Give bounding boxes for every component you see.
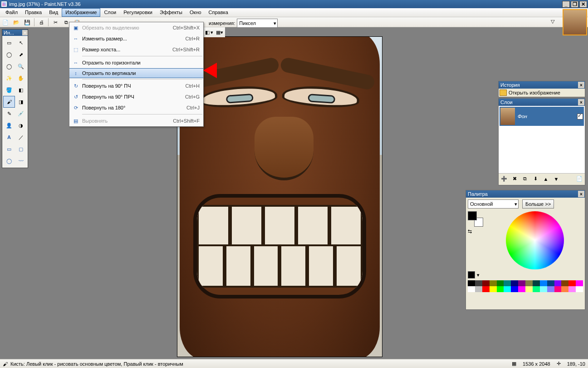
new-button[interactable]: 📄 (0, 17, 11, 27)
canvas[interactable] (177, 36, 382, 357)
color-panel[interactable]: Палитра× Основной▾ Больше >> ⇆ ▾ (466, 190, 585, 310)
close-icon[interactable]: × (578, 191, 584, 197)
rect-tool[interactable]: ▭ (3, 143, 15, 155)
move-tool[interactable]: ↖ (15, 37, 27, 49)
recolor-tool[interactable]: ◑ (15, 119, 27, 131)
color-swatch[interactable] (554, 286, 562, 292)
roundrect-tool[interactable]: ▢ (15, 143, 27, 155)
color-swatch[interactable] (468, 286, 475, 292)
menu-правка[interactable]: Правка (21, 8, 45, 17)
bucket-tool[interactable]: 🪣 (3, 84, 15, 96)
color-swatch[interactable] (482, 280, 490, 286)
color-swatch[interactable] (504, 286, 511, 292)
color-swatch[interactable] (540, 280, 547, 286)
tools-panel[interactable]: Ин...× ▭ ↖ ◯ ⬈ ◯ 🔍 ✨ ✋ 🪣 ◧ 🖌 ◨ ✎ 💉 👤 ◑ A… (2, 29, 28, 168)
delete-layer-button[interactable]: ✖ (510, 174, 519, 184)
text-tool[interactable]: A (3, 131, 15, 143)
menu-окно[interactable]: Окно (186, 8, 205, 17)
color-swatch[interactable] (490, 286, 497, 292)
rect-select-tool[interactable]: ▭ (3, 37, 15, 49)
close-icon[interactable]: × (578, 82, 584, 88)
menuitem-canvas[interactable]: ⬚Размер холста...Ctrl+Shift+R (69, 44, 203, 55)
palette-row[interactable] (468, 280, 583, 286)
minimize-button[interactable]: _ (562, 1, 570, 8)
more-button[interactable]: Больше >> (522, 199, 554, 209)
menuitem-rot180[interactable]: ⟳Повернуть на 180°Ctrl+J (69, 102, 203, 113)
close-icon[interactable]: × (22, 30, 28, 35)
color-swatch[interactable] (547, 280, 554, 286)
menu-эффекты[interactable]: Эффекты (156, 8, 186, 17)
brush-tool[interactable]: 🖌 (3, 96, 15, 108)
merge-down-button[interactable]: ⬇ (531, 174, 540, 184)
layer-visibility-checkbox[interactable] (577, 114, 583, 119)
gradient-icon[interactable]: ◧ (205, 30, 210, 35)
color-swatch[interactable] (533, 280, 540, 286)
open-button[interactable]: 📂 (11, 17, 22, 27)
menu-регулировки[interactable]: Регулировки (120, 8, 156, 17)
line-tool[interactable]: ／ (15, 131, 27, 143)
color-swatch[interactable] (504, 280, 511, 286)
dup-layer-button[interactable]: ⧉ (520, 174, 529, 184)
gradient-tool[interactable]: ◧ (15, 84, 27, 96)
history-panel[interactable]: История× Открыть изображение (498, 81, 585, 97)
menu-слои[interactable]: Слои (100, 8, 120, 17)
color-swatch[interactable] (540, 286, 547, 292)
color-swatch[interactable] (561, 280, 568, 286)
unit-select[interactable]: Пиксел▾ (237, 19, 278, 28)
menu-файл[interactable]: Файл (2, 8, 21, 17)
move-up-button[interactable]: ▲ (541, 174, 550, 184)
palette-row[interactable] (468, 286, 583, 292)
close-icon[interactable]: × (578, 99, 584, 105)
color-swatch[interactable] (497, 280, 504, 286)
color-swatch[interactable] (576, 286, 583, 292)
color-swatches[interactable] (468, 211, 483, 227)
wand-tool[interactable]: ✨ (3, 72, 15, 84)
layer-row[interactable]: Фон (500, 107, 584, 126)
color-swatch[interactable] (511, 280, 518, 286)
ellipse-tool[interactable]: ◯ (3, 155, 15, 167)
color-swatch[interactable] (576, 280, 583, 286)
document-thumbnail[interactable] (563, 9, 587, 35)
cut-button[interactable]: ✂ (50, 17, 61, 27)
color-swatch[interactable] (547, 286, 554, 292)
color-swatch[interactable] (568, 280, 576, 286)
color-swatch[interactable] (525, 280, 533, 286)
color-swatch[interactable] (475, 286, 482, 292)
color-wheel[interactable] (506, 211, 564, 269)
color-swatch[interactable] (568, 286, 576, 292)
color-swatch[interactable] (497, 286, 504, 292)
restore-button[interactable]: ❐ (571, 1, 578, 8)
color-swatch[interactable] (511, 286, 518, 292)
layer-props-button[interactable]: 📄 (575, 174, 584, 184)
history-item[interactable]: Открыть изображение (499, 89, 585, 97)
color-swatch[interactable] (533, 286, 540, 292)
menu-справка[interactable]: Справка (205, 8, 232, 17)
color-swatch[interactable] (518, 286, 525, 292)
move-selection-tool[interactable]: ⬈ (15, 49, 27, 60)
freeform-tool[interactable]: 〰 (15, 155, 27, 167)
save-button[interactable]: 💾 (22, 17, 33, 27)
color-swatch[interactable] (561, 286, 568, 292)
color-swatch[interactable] (468, 280, 475, 286)
menu-вид[interactable]: Вид (45, 8, 62, 17)
color-swatch[interactable] (554, 280, 562, 286)
add-layer-button[interactable]: ➕ (500, 174, 509, 184)
close-button[interactable]: ✕ (579, 1, 587, 8)
zoom-tool[interactable]: 🔍 (15, 60, 27, 72)
menuitem-rotcw[interactable]: ↻Повернуть на 90° ПЧCtrl+H (69, 80, 203, 91)
pencil-tool[interactable]: ✎ (3, 108, 15, 119)
color-swatch[interactable] (490, 280, 497, 286)
menuitem-rotccw[interactable]: ↺Повернуть на 90° ПРЧCtrl+G (69, 91, 203, 102)
print-button[interactable]: 🖨 (36, 17, 47, 27)
clone-tool[interactable]: 👤 (3, 119, 15, 131)
color-swatch[interactable] (482, 286, 490, 292)
settings-icon[interactable]: ▽ (551, 19, 554, 25)
layers-panel[interactable]: Слои× Фон ➕ ✖ ⧉ ⬇ ▲ ▼ 📄 (498, 98, 585, 185)
foreground-color[interactable] (468, 211, 477, 220)
menuitem-flipv[interactable]: ↕Отразить по вертикали (69, 68, 203, 78)
pan-tool[interactable]: ✋ (15, 72, 27, 84)
ellipse-select-tool[interactable]: ◯ (3, 60, 15, 72)
color-swatch[interactable] (518, 280, 525, 286)
swap-colors-icon[interactable]: ⇆ (468, 229, 473, 234)
eraser-tool[interactable]: ◨ (15, 96, 27, 108)
